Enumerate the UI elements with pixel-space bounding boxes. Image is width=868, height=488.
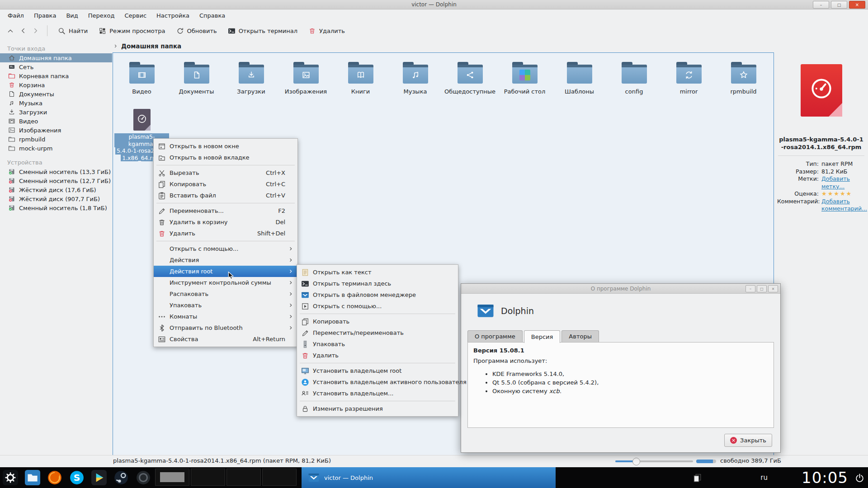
folder-item[interactable]: Изображения: [278, 58, 333, 103]
context-menu-item[interactable]: Открыть в новом окне: [154, 141, 297, 152]
dialog-close-button[interactable]: ×: [768, 285, 778, 292]
places-item[interactable]: Сеть: [0, 62, 112, 71]
toolbar-button[interactable]: Открыть терминал: [223, 24, 302, 38]
places-item[interactable]: Изображения: [0, 126, 112, 135]
player-icon[interactable]: [90, 469, 108, 486]
tray-item[interactable]: [747, 473, 756, 483]
folder-item[interactable]: Книги: [333, 58, 388, 103]
device-item[interactable]: Сменный носитель (1,8 ТиБ): [0, 203, 112, 212]
context-menu-item[interactable]: Вырезать Ctrl+X: [154, 167, 297, 178]
submenu-item[interactable]: Изменить разрешения: [297, 403, 458, 414]
tray-item[interactable]: [679, 473, 689, 483]
window-thumbnail[interactable]: [226, 469, 261, 486]
menubar-item[interactable]: Вид: [61, 9, 83, 22]
menubar-item[interactable]: Переход: [83, 9, 120, 22]
window-thumbnail[interactable]: [155, 469, 189, 486]
window-thumbnail[interactable]: [262, 469, 297, 486]
menubar-item[interactable]: Правка: [29, 9, 61, 22]
submenu-item[interactable]: Установить владельцем root: [297, 365, 458, 376]
device-item[interactable]: Жёсткий диск (907,7 ГиБ): [0, 194, 112, 203]
places-item[interactable]: Домашняя папка: [0, 53, 112, 62]
submenu-item[interactable]: Переместить/переименовать: [297, 327, 458, 338]
submenu-item[interactable]: Копировать: [297, 316, 458, 327]
folder-item[interactable]: rpmbuild: [716, 58, 771, 103]
submenu-item[interactable]: Установить владельцем...: [297, 388, 458, 399]
folder-item[interactable]: config: [607, 58, 661, 103]
tray-item[interactable]: [772, 473, 781, 483]
add-link[interactable]: Добавить метку...: [821, 175, 865, 190]
firefox-icon[interactable]: [46, 469, 63, 486]
tray-item[interactable]: [706, 473, 716, 483]
device-item[interactable]: Сменный носитель (12,7 ГиБ): [0, 176, 112, 185]
context-menu-item[interactable]: Действия: [154, 254, 297, 266]
tray-item[interactable]: [665, 473, 675, 483]
submenu-item[interactable]: Открыть как текст: [297, 267, 458, 278]
context-menu-item[interactable]: Вставить файл Ctrl+V: [154, 190, 297, 201]
folder-item[interactable]: mirror: [661, 58, 716, 103]
tray-item[interactable]: [720, 473, 729, 483]
places-item[interactable]: mock-urpm: [0, 144, 112, 153]
files-icon[interactable]: [24, 469, 41, 486]
context-menu-item[interactable]: Копировать Ctrl+C: [154, 178, 297, 190]
submenu-item[interactable]: Упаковать: [297, 338, 458, 350]
toolbar-button[interactable]: Режим просмотра: [94, 24, 170, 38]
tray-item[interactable]: [733, 473, 743, 483]
places-item[interactable]: Видео: [0, 117, 112, 126]
folder-item[interactable]: Документы: [169, 58, 224, 103]
submenu-item[interactable]: Установить владельцем активного пользова…: [297, 376, 458, 388]
app-icon[interactable]: [135, 469, 152, 486]
places-item[interactable]: Загрузки: [0, 108, 112, 117]
folder-item[interactable]: Видео: [114, 58, 169, 103]
zoom-slider-handle[interactable]: [632, 458, 640, 465]
folder-item[interactable]: Музыка: [388, 58, 443, 103]
dialog-tab[interactable]: О программе: [467, 330, 523, 342]
folder-item[interactable]: Общедоступные: [443, 58, 497, 103]
rating-stars[interactable]: ★★★★★: [821, 190, 865, 198]
context-menu-item[interactable]: Упаковать: [154, 300, 297, 311]
clock[interactable]: 10:05: [802, 469, 848, 487]
toolbar-button[interactable]: Обновить: [171, 24, 222, 38]
device-item[interactable]: Жёсткий диск (17,6 ГиБ): [0, 185, 112, 194]
context-menu-item[interactable]: Действия root: [154, 266, 297, 277]
tray-item[interactable]: [652, 473, 661, 483]
context-menu-item[interactable]: Открыть в новой вкладке: [154, 152, 297, 163]
submenu-item[interactable]: Удалить: [297, 350, 458, 361]
dialog-minimize-button[interactable]: –: [745, 285, 755, 292]
context-menu-item[interactable]: Удалить Shift+Del: [154, 228, 297, 239]
tray-item[interactable]: [693, 473, 702, 483]
power-button[interactable]: [855, 473, 864, 483]
submenu-item[interactable]: Открыть с помощью...: [297, 300, 458, 312]
places-item[interactable]: Музыка: [0, 99, 112, 108]
folder-item[interactable]: Шаблоны: [552, 58, 607, 103]
kde-icon[interactable]: [2, 469, 19, 486]
skype-icon[interactable]: [68, 469, 85, 486]
menubar-item[interactable]: Справка: [194, 9, 230, 22]
breadcrumb-home[interactable]: Домашняя папка: [121, 42, 181, 50]
tray-item[interactable]: [785, 473, 795, 483]
context-menu-item[interactable]: Удалить в корзину Del: [154, 216, 297, 228]
zoom-slider[interactable]: [615, 460, 693, 462]
submenu-item[interactable]: Открыть терминал здесь: [297, 278, 458, 289]
context-menu-item[interactable]: Открыть с помощью...: [154, 243, 297, 254]
context-menu-item[interactable]: Инструмент контрольной суммы: [154, 277, 297, 288]
up-button[interactable]: [5, 25, 16, 37]
folder-item[interactable]: Загрузки: [224, 58, 278, 103]
context-menu-item[interactable]: Свойства Alt+Return: [154, 333, 297, 345]
minimize-button[interactable]: –: [813, 1, 829, 9]
context-menu-item[interactable]: Комнаты: [154, 311, 297, 322]
active-task-button[interactable]: victor — Dolphin: [302, 467, 556, 488]
menubar-item[interactable]: Файл: [3, 9, 29, 22]
context-menu-item[interactable]: Переименовать... F2: [154, 205, 297, 216]
folder-item[interactable]: Рабочий стол: [497, 58, 552, 103]
places-item[interactable]: Документы: [0, 89, 112, 99]
forward-button[interactable]: [30, 25, 42, 37]
menubar-item[interactable]: Сервис: [119, 9, 151, 22]
tray-item[interactable]: ru: [760, 474, 768, 482]
toolbar-button[interactable]: Удалить: [303, 24, 350, 38]
dialog-maximize-button[interactable]: □: [757, 285, 767, 292]
dialog-tab[interactable]: Версия: [524, 330, 561, 343]
add-link[interactable]: Добавить комментарий...: [821, 198, 867, 213]
context-menu-item[interactable]: Распаковать: [154, 288, 297, 300]
back-button[interactable]: [17, 25, 29, 37]
places-item[interactable]: Корзина: [0, 80, 112, 89]
